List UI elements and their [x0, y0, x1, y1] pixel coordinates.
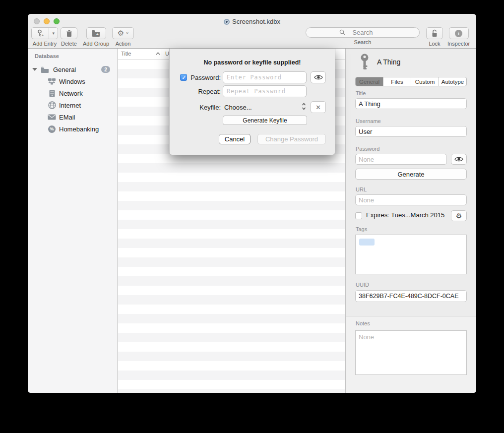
- add-group-button[interactable]: +: [86, 27, 106, 39]
- generate-keyfile-button[interactable]: Generate Keyfile: [223, 116, 307, 125]
- sidebar-item-label: Windows: [59, 78, 85, 85]
- inspector-panel: A Thing General Files Custom Autotype Ti…: [345, 49, 476, 393]
- sidebar-section-header: Database: [35, 53, 59, 59]
- action-button[interactable]: ⚙ ˅: [112, 27, 134, 39]
- url-placeholder: None: [359, 196, 374, 204]
- chevron-down-icon: ˅: [126, 31, 128, 36]
- lock-label: Lock: [429, 41, 440, 47]
- add-entry-label: Add Entry: [33, 41, 57, 47]
- entry-title: A Thing: [377, 58, 400, 66]
- tags-field[interactable]: [355, 235, 467, 274]
- expires-settings-button[interactable]: ⚙: [451, 210, 467, 221]
- sidebar-item-email[interactable]: EMail: [28, 111, 117, 123]
- change-password-button[interactable]: Change Password: [257, 134, 326, 144]
- notes-placeholder: None: [359, 333, 374, 341]
- repeat-input[interactable]: Repeat Password: [223, 85, 307, 97]
- generate-password-button[interactable]: Generate: [355, 169, 467, 180]
- info-icon: i: [455, 30, 462, 37]
- uuid-field[interactable]: 38F629B7-FC4E-489C-8DCF-0CAE: [355, 290, 467, 302]
- delete-label: Delete: [61, 41, 77, 47]
- entry-header: A Thing: [360, 54, 400, 70]
- password-label: Password: [356, 146, 379, 152]
- show-password-button[interactable]: [311, 71, 326, 83]
- delete-button[interactable]: [61, 27, 77, 39]
- clear-keyfile-button[interactable]: ✕: [311, 101, 326, 113]
- change-password-sheet: No password or keyfile supplied! Passwor…: [169, 49, 335, 155]
- lock-button[interactable]: [426, 27, 443, 39]
- column-divider[interactable]: [162, 50, 162, 58]
- action-label: Action: [116, 41, 131, 47]
- tags-label: Tags: [356, 226, 367, 232]
- sidebar-item-general[interactable]: General 2: [28, 63, 117, 75]
- gear-icon: ⚙: [118, 30, 124, 37]
- sidebar: Database General 2 Windows Network: [28, 49, 118, 393]
- stepper-icon[interactable]: [302, 103, 306, 110]
- column-header-username[interactable]: U: [165, 51, 169, 57]
- inspector-button[interactable]: i: [449, 27, 469, 39]
- uuid-value: 38F629B7-FC4E-489C-8DCF-0CAE: [359, 293, 458, 300]
- toolbar-lock: Lock: [426, 27, 443, 47]
- toolbar-add-group: + Add Group: [83, 27, 109, 47]
- title-field[interactable]: A Thing: [355, 98, 467, 109]
- content-area: Database General 2 Windows Network: [28, 49, 476, 393]
- search-icon: [339, 29, 345, 35]
- close-x-icon: ✕: [315, 104, 321, 111]
- percent-icon: %: [48, 125, 56, 133]
- sort-ascending-icon: [156, 52, 160, 55]
- notes-section: Notes None: [346, 316, 476, 393]
- title-value: A Thing: [359, 100, 380, 108]
- tab-general[interactable]: General: [356, 77, 383, 86]
- tab-custom[interactable]: Custom: [411, 77, 439, 86]
- envelope-icon: [48, 114, 56, 120]
- sidebar-item-label: Homebanking: [59, 125, 99, 133]
- unlock-icon: [431, 29, 438, 37]
- add-entry-button[interactable]: + ▾: [31, 27, 58, 39]
- eye-icon: [454, 156, 463, 162]
- window-title: Screenshot.kdbx: [28, 18, 476, 25]
- password-placeholder: Enter Password: [227, 74, 282, 81]
- expires-checkbox[interactable]: [355, 212, 362, 219]
- sidebar-item-network[interactable]: Network: [28, 87, 117, 99]
- repeat-placeholder: Repeat Password: [227, 88, 286, 95]
- show-password-button[interactable]: [451, 154, 467, 165]
- svg-text:+: +: [96, 32, 99, 37]
- gear-icon: ⚙: [456, 212, 462, 219]
- tag-token[interactable]: [359, 239, 375, 246]
- sidebar-item-internet[interactable]: Internet: [28, 99, 117, 111]
- password-label: Password:: [171, 74, 221, 81]
- app-window: Screenshot.kdbx + ▾ Add Entry Delete: [28, 14, 476, 393]
- tab-files[interactable]: Files: [383, 77, 411, 86]
- keyfile-popup[interactable]: Choose...: [224, 104, 252, 111]
- disclosure-triangle-icon[interactable]: [32, 68, 37, 71]
- window-header: Screenshot.kdbx + ▾ Add Entry Delete: [28, 14, 476, 49]
- search-label: Search: [354, 39, 372, 45]
- notes-label: Notes: [356, 320, 370, 326]
- url-label: URL: [356, 186, 367, 192]
- repeat-label: Repeat:: [171, 88, 221, 95]
- password-input[interactable]: Enter Password: [223, 71, 307, 83]
- column-header-title[interactable]: Title: [121, 51, 131, 57]
- sidebar-item-label: General: [53, 66, 76, 73]
- search-input[interactable]: [306, 27, 420, 38]
- username-field[interactable]: User: [355, 126, 467, 137]
- add-entry-dropdown[interactable]: ▾: [49, 28, 58, 39]
- sheet-message: No password or keyfile supplied!: [170, 59, 335, 66]
- tab-autotype[interactable]: Autotype: [439, 77, 466, 86]
- toolbar-action: ⚙ ˅ Action: [112, 27, 134, 47]
- password-field[interactable]: None: [355, 154, 447, 165]
- url-field[interactable]: None: [355, 194, 467, 205]
- folder-plus-icon: +: [92, 30, 100, 37]
- key-plus-icon: +: [32, 28, 49, 39]
- document-icon: [224, 19, 230, 25]
- folder-icon: [41, 66, 49, 73]
- uuid-label: UUID: [356, 282, 369, 288]
- cancel-button[interactable]: Cancel: [219, 134, 251, 144]
- sidebar-item-windows[interactable]: Windows: [28, 75, 117, 87]
- username-label: Username: [356, 118, 381, 124]
- sidebar-item-homebanking[interactable]: % Homebanking: [28, 123, 117, 135]
- title-label: Title: [356, 90, 366, 96]
- keyfile-label: Keyfile:: [171, 104, 221, 111]
- toolbar-search: Search: [306, 27, 420, 45]
- password-placeholder: None: [359, 156, 374, 163]
- notes-field[interactable]: None: [355, 330, 467, 375]
